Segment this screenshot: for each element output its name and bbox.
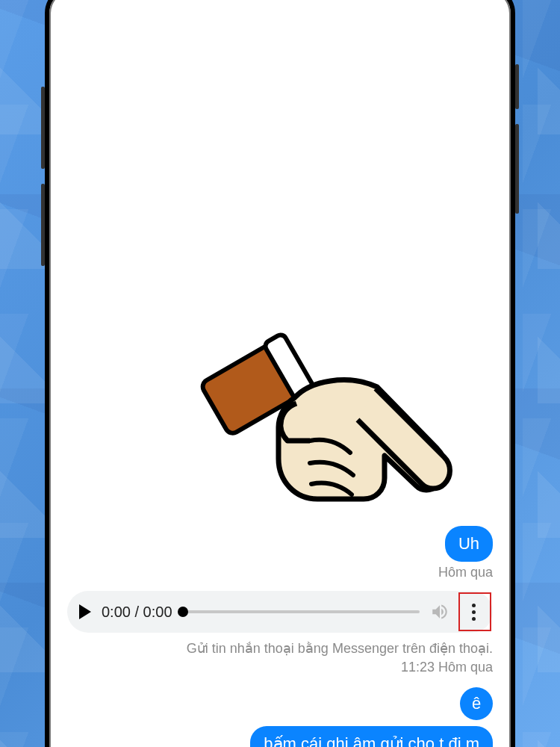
chat-screen: Uh Hôm qua 0:00 / 0:00 Gửi tin nhắn thoạ… xyxy=(49,0,511,747)
timestamp: 11:23 Hôm qua xyxy=(67,660,493,675)
timestamp: Hôm qua xyxy=(67,565,493,580)
audio-progress-slider[interactable] xyxy=(183,610,420,613)
audio-time: 0:00 / 0:00 xyxy=(102,604,172,621)
message-bubble-bam[interactable]: bấm cái ghi âm gửi cho t đi m xyxy=(250,726,493,747)
more-options-icon[interactable] xyxy=(460,595,487,628)
play-icon[interactable] xyxy=(79,604,91,619)
phone-frame: Uh Hôm qua 0:00 / 0:00 Gửi tin nhắn thoạ… xyxy=(45,0,515,747)
side-button xyxy=(515,64,519,109)
slider-thumb[interactable] xyxy=(178,607,188,617)
side-button xyxy=(515,124,519,214)
side-button xyxy=(41,184,45,266)
side-button xyxy=(41,87,45,169)
audio-caption: Gửi tin nhắn thoại bằng Messenger trên đ… xyxy=(67,640,493,657)
message-bubble-uh[interactable]: Uh xyxy=(445,526,493,562)
audio-player: 0:00 / 0:00 xyxy=(67,591,493,633)
volume-icon[interactable] xyxy=(430,602,449,622)
message-bubble-e[interactable]: ê xyxy=(460,687,493,720)
